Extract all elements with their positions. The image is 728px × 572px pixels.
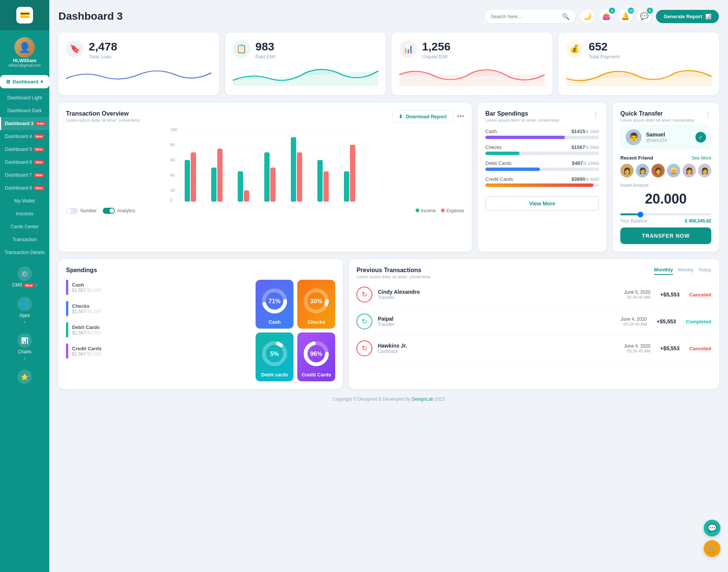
trans-type-cindy: Transfer	[378, 295, 618, 300]
number-toggle[interactable]: Number	[66, 208, 97, 214]
sidebar-item-invoices[interactable]: Invoices	[0, 207, 49, 220]
stat-cards: 🔖 2,478 Total Loan 📋 983 Pa	[58, 33, 719, 95]
dashboard-toggle-btn[interactable]: ⊞ Dashboard ▾	[0, 75, 49, 88]
number-toggle-pill[interactable]	[66, 208, 78, 214]
sidebar-charts-btn[interactable]: 📊 Charts ›	[0, 329, 49, 365]
trans-status-hawkins: Canceled	[689, 346, 711, 351]
moon-btn[interactable]: 🌙	[580, 9, 595, 24]
bell-badge: 12	[628, 8, 634, 14]
analytics-toggle-pill[interactable]	[103, 208, 115, 214]
footer-brand-link[interactable]: DexignLab	[412, 396, 433, 402]
search-box[interactable]: 🔍	[485, 10, 576, 23]
stat-num-paid-emi: 983	[256, 40, 276, 53]
credit-spending-val: $1,567/$5,000	[72, 351, 102, 357]
chat-btn[interactable]: 💬 5	[637, 9, 651, 24]
svg-text:40: 40	[170, 173, 175, 177]
trans-row-cindy: ↻ Cindy Alexandro Transfer June 5, 2020 …	[356, 281, 711, 308]
footer: Copyright © Designed & Developed by Dexi…	[58, 396, 719, 409]
avatar: 👤	[14, 37, 35, 58]
debit-amount: $487/$ 10000	[572, 160, 599, 166]
checks-amount: $1567/$ 5000	[571, 144, 599, 150]
svg-rect-21	[211, 168, 217, 202]
donut-cash: 71% Cash	[256, 280, 293, 329]
sidebar-cms-btn[interactable]: ⚙️ CMS New ›	[0, 262, 49, 292]
wallet-btn[interactable]: 👛 2	[599, 9, 613, 24]
credit-spending-label: Credit Cards	[72, 346, 102, 351]
wallet-icon: 👛	[602, 12, 610, 20]
spending-row-cash: Cash $1415/$ 2000	[485, 129, 599, 139]
credit-label: Credit Cards	[485, 176, 513, 182]
download-report-btn[interactable]: ⬇ Download Report	[392, 110, 453, 123]
float-buttons: 💬 🛒	[704, 520, 720, 557]
float-chat-btn[interactable]: 💬	[704, 520, 720, 536]
gear-icon: ⚙️	[17, 266, 32, 281]
svg-text:0: 0	[170, 198, 173, 202]
float-cart-icon: 🛒	[708, 544, 717, 553]
sidebar-item-dashboard-light[interactable]: Dashboard Light	[0, 91, 49, 104]
bar-spendings-subtitle: Lorem ipsum dolor sit amet, consectetur	[485, 118, 560, 122]
donut-credit-label: Credit Cards	[301, 372, 331, 378]
sidebar-section-cms: ⚙️ CMS New › 🌐 Apps › 📊 Charts › ⭐	[0, 262, 49, 389]
stat-num-total-payment: 652	[589, 40, 620, 53]
svg-rect-19	[185, 160, 190, 202]
tab-today[interactable]: Today	[698, 267, 711, 275]
stat-label-unpaid-emi: Unpaid EMI	[422, 54, 450, 60]
transfer-now-btn[interactable]: TRANSFER NOW	[620, 227, 711, 244]
trans-status-cindy: Canceled	[689, 292, 711, 298]
sidebar-item-dashboard-5[interactable]: Dashboard 5 New	[0, 143, 49, 156]
spending-item-debit: Debit Cards $1,567/$5,000	[66, 322, 252, 337]
page-title: Dashboard 3	[58, 10, 123, 22]
quick-transfer-title: Quick Transfer	[620, 110, 695, 117]
bar-chart-area: 100 80 60 40 20 0 Sun Mon Tue	[66, 127, 464, 204]
generate-report-label: Generate Report	[664, 14, 702, 19]
debit-spending-label: Debit Cards	[72, 324, 101, 330]
balance-label: Your Balance	[620, 218, 647, 224]
trans-amount-cindy: +$5,553	[660, 291, 679, 298]
sidebar-apps-btn[interactable]: 🌐 Apps ›	[0, 292, 49, 329]
stat-card-total-loan: 🔖 2,478 Total Loan	[58, 33, 219, 95]
tab-weekly[interactable]: Weekly	[678, 267, 693, 275]
view-more-btn[interactable]: View More	[485, 196, 599, 211]
sidebar-item-dashboard-3[interactable]: Dashboard 3 New	[0, 117, 49, 130]
sidebar-item-dashboard-8[interactable]: Dashboard 8 New	[0, 182, 49, 194]
quick-transfer-menu-icon[interactable]: ⋮	[704, 110, 711, 119]
checks-spending-val: $1,567/$5,000	[72, 309, 101, 314]
sidebar-item-dashboard-dark[interactable]: Dashboard Dark	[0, 104, 49, 117]
bell-btn[interactable]: 🔔 12	[618, 9, 632, 24]
logo-icon: 💳	[16, 7, 33, 24]
analytics-toggle[interactable]: Analytics	[103, 208, 135, 214]
search-icon: 🔍	[562, 13, 570, 20]
spending-row-credit: Credit Cards $3890/$ 4000	[485, 176, 599, 187]
bar-spendings-menu-icon[interactable]: ⋮	[592, 110, 599, 119]
svg-rect-32	[350, 145, 355, 202]
donut-checks: 30% Checks	[297, 280, 335, 329]
sidebar-item-dashboard-7[interactable]: Dashboard 7 New	[0, 169, 49, 182]
svg-rect-24	[244, 190, 249, 202]
sidebar-email: william@gmail.com	[8, 63, 41, 67]
debit-spending-val: $1,567/$5,000	[72, 330, 101, 335]
friend-avatar-1: 👩	[620, 164, 634, 177]
trans-icon-cindy: ↻	[356, 287, 372, 302]
generate-report-btn[interactable]: Generate Report 📊	[656, 10, 719, 23]
see-more-link[interactable]: See More	[692, 155, 711, 161]
sidebar-item-dashboard-6[interactable]: Dashboard 6 New	[0, 156, 49, 169]
sidebar-item-my-wallet[interactable]: My Wallet	[0, 194, 49, 207]
mid-row: Transaction Overview Lorem ipsum dolor s…	[58, 103, 719, 252]
sidebar-item-dashboard-4[interactable]: Dashboard 4 New	[0, 130, 49, 143]
amount-slider[interactable]	[620, 213, 711, 215]
sidebar-star-btn[interactable]: ⭐	[0, 365, 49, 389]
float-cart-btn[interactable]: 🛒	[704, 540, 720, 557]
search-input[interactable]	[491, 14, 559, 19]
cash-spending-label: Cash	[72, 282, 101, 288]
sidebar-item-transaction[interactable]: Transaction	[0, 233, 49, 246]
analytics-label: Analytics	[117, 208, 135, 213]
sidebar-nav: Dashboard Light Dashboard Dark Dashboard…	[0, 91, 49, 259]
svg-text:71%: 71%	[268, 298, 281, 304]
more-options-icon[interactable]: •••	[457, 113, 464, 121]
previous-transactions-card: Previous Transactions Lorem ipsum dolor …	[349, 259, 719, 389]
sidebar-item-cards-center[interactable]: Cards Center	[0, 220, 49, 233]
trans-time-hawkins: 05:34:45 AM	[624, 349, 650, 353]
trans-amount-hawkins: +$5,553	[660, 345, 679, 351]
sidebar-item-transaction-details[interactable]: Transaction Details	[0, 246, 49, 259]
tab-monthly[interactable]: Monthly	[654, 267, 673, 275]
